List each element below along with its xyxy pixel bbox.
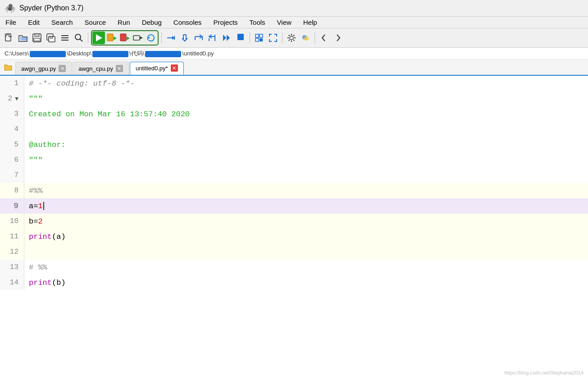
line-content-4[interactable]: [24, 122, 588, 137]
menu-item-file[interactable]: File: [4, 18, 18, 27]
step-return-button[interactable]: [206, 32, 219, 44]
code-text-8: #%%: [29, 187, 43, 195]
fold-arrow-2[interactable]: ▼: [15, 96, 18, 102]
path-bar: C:\Users\ \Desktop\ \代码\ \untitled0.py: [0, 48, 588, 60]
menu-item-debug[interactable]: Debug: [140, 18, 164, 27]
save-as-button[interactable]: [45, 32, 57, 44]
line-number-11: 11: [0, 229, 24, 244]
open-file-button[interactable]: [17, 32, 29, 44]
line-content-5[interactable]: @author:: [24, 137, 588, 152]
debug-next-button[interactable]: [164, 32, 177, 44]
svg-marker-31: [223, 35, 226, 41]
line-number-5: 5: [0, 137, 24, 152]
code-text-10a: b=: [29, 217, 38, 226]
tab-label-untitled0: untitled0.py*: [136, 65, 168, 72]
svg-rect-14: [107, 34, 113, 41]
line-content-3[interactable]: Created on Mon Mar 16 13:57:40 2020: [24, 106, 588, 122]
line-content-11[interactable]: print(a): [24, 229, 588, 244]
line-content-9[interactable]: a=1: [24, 198, 588, 214]
menu-item-consoles[interactable]: Consoles: [172, 18, 204, 27]
menu-item-source[interactable]: Source: [83, 18, 108, 27]
spyder-icon: 🕷️: [5, 3, 16, 14]
tab-close-untitled0[interactable]: ✕: [171, 64, 178, 72]
menu-item-view[interactable]: View: [275, 18, 293, 27]
tab-awgn-gpu[interactable]: awgn_gpu.py ✕: [15, 62, 72, 75]
toolbar-separator-2: [161, 32, 162, 43]
toolbar: [0, 28, 588, 48]
forward-button[interactable]: [332, 32, 344, 44]
line-content-14[interactable]: print(b): [24, 275, 588, 290]
python-button[interactable]: [299, 32, 312, 44]
tab-untitled0[interactable]: untitled0.py* ✕: [130, 62, 184, 75]
run-selection-button[interactable]: [132, 32, 144, 44]
code-editor[interactable]: 1 # -*- coding: utf-8 -*- 2 ▼ """ 3 Crea…: [0, 76, 588, 362]
run-cell-button[interactable]: [119, 32, 131, 44]
code-line-14: 14 print(b): [0, 275, 588, 290]
back-button[interactable]: [318, 32, 330, 44]
line-content-6[interactable]: """: [24, 152, 588, 168]
settings-button[interactable]: [285, 32, 298, 44]
menu-item-help[interactable]: Help: [301, 18, 319, 27]
menu-item-search[interactable]: Search: [50, 18, 75, 27]
code-line-13: 13 # %%: [0, 260, 588, 275]
tab-close-awgn-gpu[interactable]: ✕: [59, 65, 66, 72]
folder-icon[interactable]: [3, 62, 14, 73]
fullscreen-button[interactable]: [267, 32, 279, 44]
code-text-1: # -*- coding: utf-8 -*-: [29, 79, 135, 88]
menu-item-projects[interactable]: Projects: [211, 18, 239, 27]
menu-item-run[interactable]: Run: [116, 18, 132, 27]
step-into-button[interactable]: [178, 32, 191, 44]
line-number-2: 2 ▼: [0, 91, 24, 106]
line-content-12[interactable]: [24, 244, 588, 260]
code-text-2: """: [29, 95, 43, 103]
code-line-2: 2 ▼ """: [0, 91, 588, 106]
code-text-14b: (b): [52, 279, 66, 287]
code-line-10: 10 b=2: [0, 214, 588, 229]
path-folder1: [92, 51, 128, 57]
tab-awgn-cpu[interactable]: awgn_cpu.py ✕: [73, 62, 129, 75]
search-button[interactable]: [73, 32, 85, 44]
code-text-11b: (a): [52, 233, 66, 241]
toolbar-separator-3: [250, 32, 250, 43]
line-content-8[interactable]: #%%: [24, 183, 588, 198]
menu-item-tools[interactable]: Tools: [248, 18, 267, 27]
stop-button[interactable]: [234, 32, 247, 44]
step-over-button[interactable]: [192, 32, 205, 44]
code-line-8: 8 #%%: [0, 183, 588, 198]
code-line-3: 3 Created on Mon Mar 16 13:57:40 2020: [0, 106, 588, 122]
svg-line-12: [80, 39, 82, 41]
code-text-9b: 1: [38, 202, 42, 210]
line-content-10[interactable]: b=2: [24, 214, 588, 229]
browse-button[interactable]: [59, 32, 71, 44]
line-number-13: 13: [0, 260, 24, 275]
new-file-button[interactable]: [3, 32, 15, 44]
line-content-1[interactable]: # -*- coding: utf-8 -*-: [24, 76, 588, 91]
menu-item-edit[interactable]: Edit: [26, 18, 41, 27]
line-content-13[interactable]: # %%: [24, 260, 588, 275]
svg-point-38: [290, 36, 293, 40]
run-button[interactable]: [92, 32, 105, 44]
title-bar: 🕷️ Spyder (Python 3.7): [0, 0, 588, 17]
svg-rect-3: [35, 34, 39, 37]
path-folder2: [145, 51, 181, 57]
run-file-button[interactable]: [105, 32, 118, 44]
line-number-8: 8: [0, 183, 24, 198]
maximise-button[interactable]: [253, 32, 265, 44]
line-number-10: 10: [0, 214, 24, 229]
toolbar-separator-1: [88, 32, 88, 43]
svg-rect-16: [120, 34, 126, 41]
line-content-2[interactable]: """: [24, 91, 588, 106]
svg-rect-0: [5, 34, 11, 41]
line-content-7[interactable]: [24, 168, 588, 183]
window-title: Spyder (Python 3.7): [19, 4, 83, 12]
line-number-12: 12: [0, 244, 24, 260]
save-button[interactable]: [31, 32, 43, 44]
re-run-button[interactable]: [145, 32, 157, 44]
tab-bar: awgn_gpu.py ✕ awgn_cpu.py ✕ untitled0.py…: [0, 60, 588, 76]
continue-button[interactable]: [220, 32, 233, 44]
code-text-6: """: [29, 156, 43, 164]
tab-close-awgn-cpu[interactable]: ✕: [116, 65, 123, 72]
svg-line-46: [289, 40, 290, 41]
path-user: [30, 51, 66, 57]
code-line-11: 11 print(a): [0, 229, 588, 244]
